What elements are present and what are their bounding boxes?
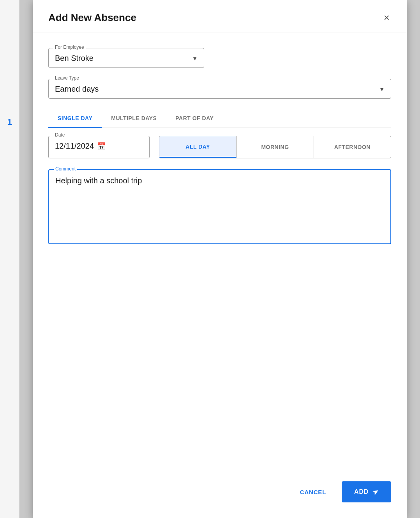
page-wrapper: 1 Add New Absence × For Employee Ben Str…: [0, 0, 420, 518]
employee-field[interactable]: For Employee Ben Stroke ▼: [48, 48, 204, 68]
sidebar-number: 1: [7, 117, 12, 127]
cancel-button[interactable]: CANCEL: [292, 484, 334, 500]
comment-textarea[interactable]: Helping with a school trip: [55, 173, 384, 236]
time-option-afternoon[interactable]: AFTERNOON: [314, 136, 391, 158]
tabs-section: SINGLE DAY MULTIPLE DAYS PART OF DAY Dat…: [48, 110, 391, 158]
modal-title: Add New Absence: [48, 12, 136, 24]
time-option-morning[interactable]: MORNING: [236, 136, 314, 158]
time-option-all-day[interactable]: ALL DAY: [159, 136, 236, 158]
sidebar: 1: [0, 0, 19, 518]
modal-header: Add New Absence ×: [33, 0, 407, 32]
modal-footer: CANCEL ADD ➤: [33, 472, 407, 518]
employee-label: For Employee: [53, 44, 86, 50]
add-button-label: ADD: [354, 488, 369, 495]
tab-single-day[interactable]: SINGLE DAY: [48, 110, 102, 128]
tabs-row: SINGLE DAY MULTIPLE DAYS PART OF DAY: [48, 110, 391, 128]
leave-type-field[interactable]: Leave Type Earned days ▼: [48, 79, 391, 99]
modal-body: For Employee Ben Stroke ▼ Leave Type Ear…: [33, 32, 407, 472]
employee-dropdown-arrow: ▼: [192, 55, 198, 62]
date-field[interactable]: Date 12/11/2024 📅: [48, 136, 150, 158]
leave-type-dropdown-arrow: ▼: [379, 86, 385, 92]
calendar-icon: 📅: [97, 142, 106, 151]
leave-type-value: Earned days: [55, 85, 99, 94]
tab-part-of-day[interactable]: PART OF DAY: [166, 110, 223, 128]
add-button[interactable]: ADD ➤: [342, 481, 391, 502]
modal-dialog: Add New Absence × For Employee Ben Strok…: [33, 0, 407, 518]
employee-value: Ben Stroke: [55, 54, 94, 63]
date-value: 12/11/2024: [55, 142, 94, 151]
leave-type-select[interactable]: Earned days ▼: [55, 82, 385, 94]
send-icon: ➤: [371, 487, 381, 497]
leave-type-label: Leave Type: [53, 75, 81, 81]
comment-label: Comment: [54, 166, 77, 172]
comment-section[interactable]: Comment Helping with a school trip: [48, 169, 391, 244]
employee-select[interactable]: Ben Stroke ▼: [55, 51, 198, 63]
tab-multiple-days[interactable]: MULTIPLE DAYS: [102, 110, 166, 128]
date-label: Date: [53, 132, 66, 138]
date-time-row: Date 12/11/2024 📅 ALL DAY MORNING AFTERN…: [48, 136, 391, 158]
time-options-group: ALL DAY MORNING AFTERNOON: [159, 136, 391, 158]
close-button[interactable]: ×: [382, 11, 391, 24]
date-value-row: 12/11/2024 📅: [55, 139, 143, 151]
